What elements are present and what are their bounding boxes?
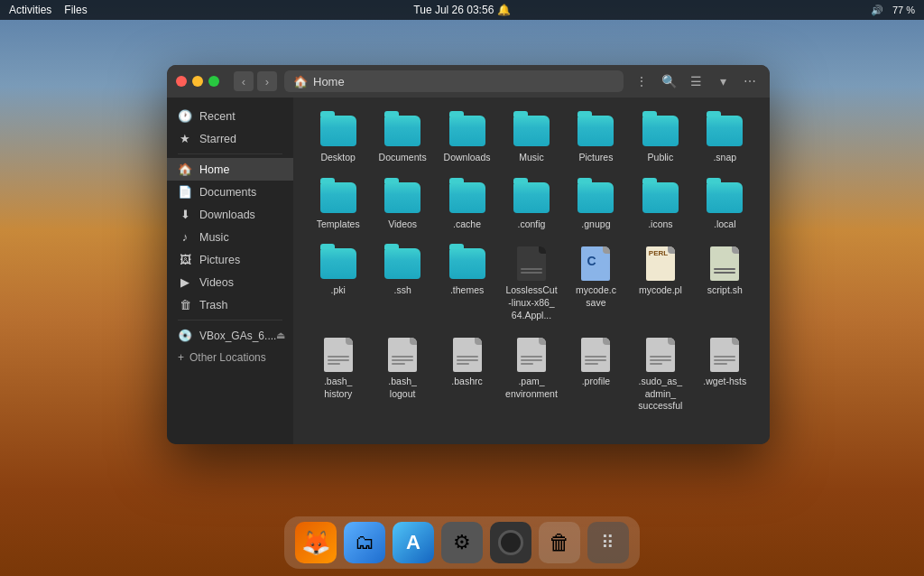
search-button[interactable]: 🔍	[658, 70, 679, 92]
file-icon-folder	[513, 114, 550, 148]
dock-trash[interactable]: 🗑	[539, 522, 580, 563]
file-icon-doc	[642, 338, 679, 372]
window-buttons	[176, 76, 219, 87]
titlebar-actions: ⋮ 🔍 ☰ ▾ ⋯	[631, 70, 761, 92]
sidebar-item-trash[interactable]: 🗑 Trash	[167, 293, 293, 316]
file-item[interactable]: Documents	[372, 108, 432, 170]
file-name-label: .wget-hsts	[703, 376, 746, 388]
more-button[interactable]: ⋯	[739, 70, 761, 92]
maximize-button[interactable]	[208, 76, 219, 87]
eject-icon[interactable]: ⏏	[276, 330, 285, 341]
close-button[interactable]	[176, 76, 187, 87]
documents-icon: 📄	[178, 185, 192, 199]
file-name-label: Pictures	[578, 152, 613, 164]
forward-button[interactable]: ›	[257, 71, 277, 91]
file-icon-folder	[383, 181, 421, 215]
topbar-bell-icon: 🔔	[497, 4, 511, 16]
back-button[interactable]: ‹	[234, 71, 254, 91]
file-name-label: Public	[648, 152, 674, 164]
file-item[interactable]: .config	[501, 175, 561, 237]
menu-dots-button[interactable]: ⋮	[631, 70, 652, 92]
file-item[interactable]: Pictures	[566, 108, 626, 170]
file-name-label: .ssh	[394, 284, 411, 297]
path-home-icon: 🏠	[293, 75, 308, 88]
file-name-label: Documents	[379, 152, 427, 164]
titlebar-nav: ‹ ›	[234, 71, 277, 91]
topbar-audio-icon[interactable]: 🔊	[871, 5, 883, 16]
dock-camera[interactable]	[490, 522, 531, 563]
file-icon-folder	[448, 181, 486, 215]
file-item[interactable]: .pki	[308, 241, 368, 327]
minimize-button[interactable]	[192, 76, 203, 87]
dock-appstore[interactable]: A	[393, 522, 434, 563]
sidebar-item-vbox[interactable]: 💿 VBox_GAs_6.... ⏏	[167, 324, 293, 347]
file-item[interactable]: .ssh	[372, 241, 432, 327]
file-item[interactable]: Music	[501, 108, 561, 170]
file-item[interactable]: .profile	[566, 332, 626, 418]
file-icon-doc	[383, 338, 421, 372]
sidebar-item-recent[interactable]: 🕐 Recent	[167, 105, 293, 127]
sidebar-item-starred[interactable]: ★ Starred	[167, 127, 293, 150]
device-icon: 💿	[178, 329, 192, 342]
file-item[interactable]: .bash_​logout	[372, 332, 432, 418]
file-name-label: Desktop	[320, 152, 356, 164]
file-item[interactable]: LosslessCut‑linux‑x86_​64.Appl...	[501, 241, 561, 327]
dock-firefox[interactable]: 🦊	[295, 522, 337, 563]
file-name-label: .local	[714, 218, 736, 231]
file-icon-folder	[577, 181, 614, 215]
file-item[interactable]: Desktop	[308, 108, 368, 170]
file-icon-folder	[642, 181, 679, 215]
file-name-label: .bash_​history	[311, 376, 365, 400]
sidebar-item-documents[interactable]: 📄 Documents	[167, 181, 293, 203]
dock-grid[interactable]: ⠿	[587, 522, 629, 563]
file-item[interactable]: Templates	[308, 175, 368, 237]
file-icon-doc	[448, 338, 486, 372]
dock-settings[interactable]: ⚙	[441, 522, 483, 563]
file-item[interactable]: .local	[695, 175, 755, 237]
sidebar-label-pictures: Pictures	[199, 254, 240, 266]
trash-dock-icon: 🗑	[549, 530, 570, 555]
file-item[interactable]: .snap	[695, 108, 755, 170]
file-icon-folder	[383, 114, 421, 148]
sidebar-item-home[interactable]: 🏠 Home	[167, 158, 293, 181]
file-item[interactable]: .bash_​history	[308, 332, 368, 418]
file-name-label: .snap	[713, 152, 736, 164]
sidebar-item-videos[interactable]: ▶ Videos	[167, 271, 293, 293]
file-item[interactable]: Downloads	[437, 108, 497, 170]
topbar-battery: 77 %	[892, 5, 915, 15]
file-item[interactable]: .themes	[437, 241, 497, 327]
file-item[interactable]: C mycode.c​save	[566, 241, 626, 327]
sidebar-item-music[interactable]: ♪ Music	[167, 226, 293, 248]
file-item[interactable]: PERL mycode.pl	[630, 241, 690, 327]
view-list-button[interactable]: ☰	[685, 70, 707, 92]
topbar-app-name[interactable]: Files	[64, 4, 87, 16]
file-item[interactable]: Public	[630, 108, 690, 170]
file-item[interactable]: .pam_​environ​ment	[501, 332, 561, 418]
sidebar-item-pictures[interactable]: 🖼 Pictures	[167, 248, 293, 271]
file-item[interactable]: .bashrc	[437, 332, 497, 418]
titlebar: ‹ › 🏠 Home ⋮ 🔍 ☰ ▾ ⋯	[167, 65, 770, 98]
file-grid: DesktopDocumentsDownloadsMusicPicturesPu…	[308, 108, 755, 418]
file-name-label: .config	[518, 218, 546, 231]
sidebar-label-videos: Videos	[199, 276, 234, 289]
file-name-label: Music	[519, 152, 543, 164]
file-item[interactable]: .wget-hsts	[695, 332, 755, 418]
file-item[interactable]: Videos	[372, 175, 432, 237]
file-icon-folder	[319, 181, 357, 215]
file-item[interactable]: .icons	[630, 175, 690, 237]
path-bar: 🏠 Home	[284, 70, 624, 92]
file-name-label: mycode.c​save	[569, 284, 623, 309]
topbar-activities[interactable]: Activities	[9, 4, 51, 16]
sidebar-other-locations[interactable]: + Other Locations	[167, 347, 293, 368]
file-item[interactable]: .sudo_as_​admin_​successful	[630, 332, 690, 418]
file-item[interactable]: script.sh	[695, 241, 755, 327]
view-options-button[interactable]: ▾	[712, 70, 734, 92]
file-item[interactable]: .cache	[437, 175, 497, 237]
sidebar-item-downloads[interactable]: ⬇ Downloads	[167, 203, 293, 226]
file-icon-folder	[577, 114, 614, 148]
file-name-label: LosslessCut‑linux‑x86_​64.Appl...	[504, 284, 558, 321]
dock-finder[interactable]: 🗂	[344, 522, 385, 563]
file-manager-window: ‹ › 🏠 Home ⋮ 🔍 ☰ ▾ ⋯ 🕐 Recent ★ Starred	[167, 65, 770, 444]
file-item[interactable]: .gnupg	[566, 175, 626, 237]
sidebar-label-starred: Starred	[199, 133, 236, 145]
